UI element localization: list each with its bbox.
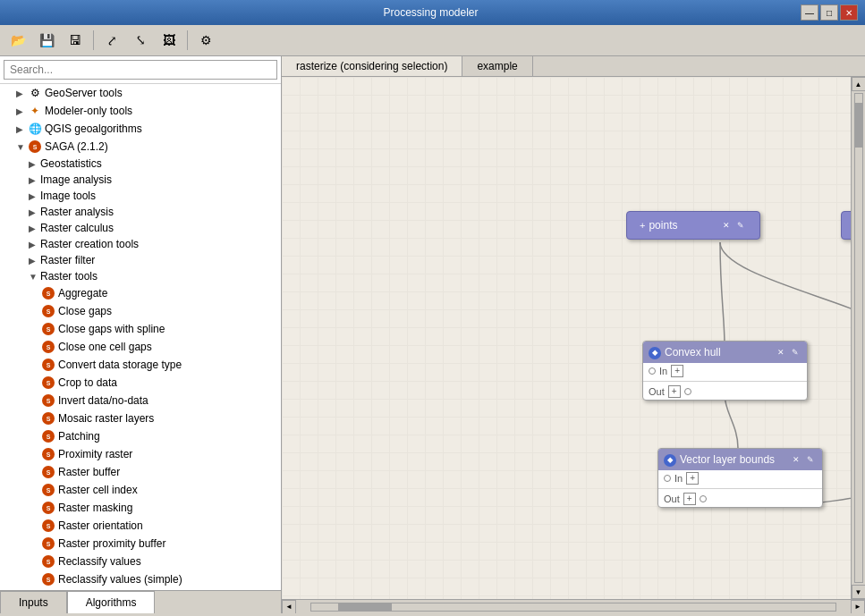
points-plus-icon: + <box>640 220 645 231</box>
close-button[interactable]: ✕ <box>840 4 858 21</box>
raster-cell-index-label: Raster cell index <box>58 484 138 496</box>
vector-out-label: Out <box>664 494 680 504</box>
tree-item-qgis[interactable]: ▶ 🌐 QGIS geoalgorithms <box>0 120 281 138</box>
convex-in-plus[interactable]: + <box>671 365 683 377</box>
node-field[interactable]: + field ✕ ✎ <box>841 211 851 240</box>
horizontal-scrollbar-track[interactable] <box>310 603 836 612</box>
tree-item-raster-proximity[interactable]: S Raster proximity buffer <box>0 535 281 553</box>
crop-to-data-icon: S <box>41 376 55 390</box>
points-edit-btn[interactable]: ✎ <box>734 219 747 232</box>
convex-close-btn[interactable]: ✕ <box>775 346 787 359</box>
invert-data-icon: S <box>41 393 55 408</box>
tree-item-close-gaps[interactable]: S Close gaps <box>0 302 281 320</box>
tree-item-modeler[interactable]: ▶ ✦ Modeler-only tools <box>0 102 281 120</box>
tab-algorithms[interactable]: Algorithms <box>67 591 156 613</box>
horizontal-scrollbar: ◄ ► <box>282 599 865 613</box>
vector-out-dot <box>700 495 707 502</box>
vector-in-plus[interactable]: + <box>686 472 699 485</box>
canvas-tab-example[interactable]: example <box>462 56 532 76</box>
tree-item-convert-storage[interactable]: S Convert data storage type <box>0 356 281 374</box>
tree-item-patching[interactable]: S Patching <box>0 427 281 445</box>
minimize-button[interactable]: — <box>801 4 818 21</box>
open-button[interactable]: 📂 <box>5 29 30 52</box>
tree-item-reclassify-simple[interactable]: S Reclassify values (simple) <box>0 570 281 588</box>
tab-inputs[interactable]: Inputs <box>0 591 67 613</box>
tree-item-raster-buffer[interactable]: S Raster buffer <box>0 463 281 481</box>
aggregate-label: Aggregate <box>58 287 107 300</box>
scroll-left-button[interactable]: ◄ <box>282 600 296 614</box>
canvas-tab-rasterize[interactable]: rasterize (considering selection) <box>282 56 462 76</box>
node-points[interactable]: + points ✕ ✎ <box>626 211 760 240</box>
vector-bounds-controls: ✕ ✎ <box>790 453 817 466</box>
tree-item-crop-to-data[interactable]: S Crop to data <box>0 374 281 392</box>
main-container: ▶ ⚙ GeoServer tools ▶ ✦ Modeler-only too… <box>0 56 865 613</box>
tree-item-reclassify[interactable]: S Reclassify values <box>0 553 281 570</box>
tree-item-raster-orientation[interactable]: S Raster orientation <box>0 517 281 535</box>
left-panel: ▶ ⚙ GeoServer tools ▶ ✦ Modeler-only too… <box>0 56 282 613</box>
node-vector-bounds[interactable]: ◆ Vector layer bounds ✕ ✎ In + <box>657 448 823 508</box>
reclassify-label: Reclassify values <box>58 555 141 568</box>
saga-circle-orientation: S <box>42 519 55 532</box>
raster-cell-index-icon: S <box>41 483 55 497</box>
save-as-button[interactable]: 🖫 <box>63 29 88 52</box>
tree-item-image-tools[interactable]: ▶ Image tools <box>0 188 281 204</box>
tree-item-raster-creation[interactable]: ▶ Raster creation tools <box>0 236 281 252</box>
vertical-scrollbar-thumb[interactable] <box>855 103 862 148</box>
saga-circle-convert: S <box>42 359 55 371</box>
canvas-area[interactable]: + points ✕ ✎ + field <box>282 77 851 599</box>
tree-item-close-gaps-spline[interactable]: S Close gaps with spline <box>0 320 281 338</box>
modeler-label: Modeler-only tools <box>45 105 132 117</box>
scroll-right-button[interactable]: ► <box>851 600 865 614</box>
convex-hull-header: ◆ Convex hull ✕ ✎ <box>643 342 807 363</box>
tree-item-raster-calculus[interactable]: ▶ Raster calculus <box>0 220 281 236</box>
toolbar-separator-2 <box>187 30 188 50</box>
tree-item-aggregate[interactable]: S Aggregate <box>0 284 281 302</box>
raster-masking-label: Raster masking <box>58 502 132 514</box>
maximize-button[interactable]: □ <box>820 4 838 21</box>
vector-edit-btn[interactable]: ✎ <box>804 453 817 466</box>
tree-item-image-analysis[interactable]: ▶ Image analysis <box>0 172 281 188</box>
horizontal-scrollbar-thumb[interactable] <box>338 603 392 611</box>
scroll-down-button[interactable]: ▼ <box>852 585 866 599</box>
save-button[interactable]: 💾 <box>34 29 59 52</box>
tree-item-invert-data[interactable]: S Invert data/no-data <box>0 392 281 409</box>
saga-circle-crop: S <box>42 376 55 389</box>
vector-out-plus[interactable]: + <box>683 493 696 505</box>
close-one-cell-label: Close one cell gaps <box>58 341 152 353</box>
raster-proximity-icon: S <box>41 536 55 551</box>
vector-bounds-out-port: Out + <box>658 491 822 507</box>
tree-item-geostatistics[interactable]: ▶ Geostatistics <box>0 156 281 172</box>
tree-item-mosaic-raster[interactable]: S Mosaic raster layers <box>0 409 281 427</box>
tree-item-raster-filter[interactable]: ▶ Raster filter <box>0 252 281 268</box>
node-points-controls: ✕ ✎ <box>720 219 747 232</box>
scroll-up-button[interactable]: ▲ <box>852 77 866 91</box>
tree-item-proximity-raster[interactable]: S Proximity raster <box>0 445 281 463</box>
run-button[interactable]: ⚙ <box>193 29 218 52</box>
export1-button[interactable]: ⤤ <box>99 29 124 52</box>
tree-item-geoserver[interactable]: ▶ ⚙ GeoServer tools <box>0 84 281 102</box>
vertical-scrollbar-track[interactable] <box>854 93 863 583</box>
node-convex-hull[interactable]: ◆ Convex hull ✕ ✎ In + <box>642 341 808 401</box>
saga-circle-patching: S <box>42 430 55 443</box>
vertical-scrollbar: ▲ ▼ <box>851 77 865 599</box>
saga-circle-masking: S <box>42 502 55 514</box>
tree-item-raster-cell-index[interactable]: S Raster cell index <box>0 481 281 499</box>
export-image-button[interactable]: 🖼 <box>157 29 182 52</box>
tree-item-close-one-cell[interactable]: S Close one cell gaps <box>0 338 281 356</box>
convex-in-dot <box>649 367 656 375</box>
search-input[interactable] <box>4 60 277 80</box>
window-controls: — □ ✕ <box>801 4 858 21</box>
points-close-btn[interactable]: ✕ <box>720 219 733 232</box>
export2-button[interactable]: ⤥ <box>128 29 153 52</box>
tree-item-raster-masking[interactable]: S Raster masking <box>0 499 281 517</box>
modeler-icon: ✦ <box>28 104 42 118</box>
raster-buffer-icon: S <box>41 465 55 479</box>
convex-out-plus[interactable]: + <box>668 385 681 398</box>
arrow-geostatistics: ▶ <box>29 159 38 169</box>
tree-item-raster-analysis[interactable]: ▶ Raster analysis <box>0 204 281 220</box>
vector-close-btn[interactable]: ✕ <box>790 453 802 466</box>
tree-item-saga[interactable]: ▼ S SAGA (2.1.2) <box>0 138 281 156</box>
vector-bounds-label: Vector layer bounds <box>680 453 775 466</box>
convex-edit-btn[interactable]: ✎ <box>789 346 801 359</box>
tree-item-raster-tools[interactable]: ▼ Raster tools <box>0 268 281 284</box>
